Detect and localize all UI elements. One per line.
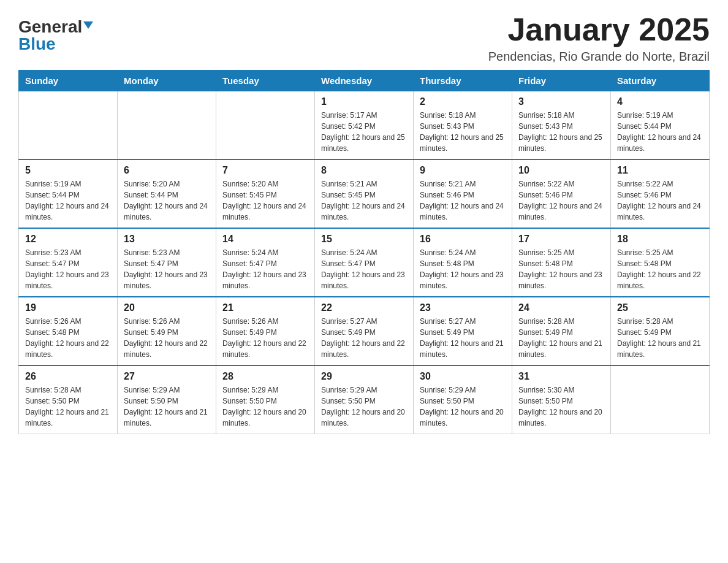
- col-header-wednesday: Wednesday: [315, 71, 414, 91]
- day-info: Sunrise: 5:20 AM Sunset: 5:44 PM Dayligh…: [124, 178, 210, 223]
- day-number: 14: [222, 234, 308, 245]
- day-number: 7: [222, 165, 308, 176]
- calendar-cell: 1Sunrise: 5:17 AM Sunset: 5:42 PM Daylig…: [315, 91, 414, 160]
- day-info: Sunrise: 5:21 AM Sunset: 5:46 PM Dayligh…: [420, 178, 506, 223]
- day-info: Sunrise: 5:18 AM Sunset: 5:43 PM Dayligh…: [420, 110, 506, 154]
- col-header-tuesday: Tuesday: [216, 71, 315, 91]
- calendar-cell: 3Sunrise: 5:18 AM Sunset: 5:43 PM Daylig…: [512, 91, 611, 160]
- calendar-cell: 17Sunrise: 5:25 AM Sunset: 5:48 PM Dayli…: [512, 228, 611, 297]
- logo-text-blue: Blue: [18, 36, 56, 53]
- calendar-cell: 9Sunrise: 5:21 AM Sunset: 5:46 PM Daylig…: [414, 159, 512, 228]
- day-number: 10: [518, 165, 604, 176]
- day-number: 31: [518, 371, 604, 382]
- day-number: 20: [124, 302, 210, 313]
- day-number: 1: [321, 96, 407, 107]
- day-info: Sunrise: 5:24 AM Sunset: 5:48 PM Dayligh…: [420, 247, 506, 291]
- title-area: January 2025 Pendencias, Rio Grande do N…: [488, 12, 710, 64]
- day-number: 19: [25, 302, 111, 313]
- day-number: 13: [124, 234, 210, 245]
- col-header-friday: Friday: [512, 71, 611, 91]
- month-title: January 2025: [488, 12, 710, 47]
- day-number: 28: [222, 371, 308, 382]
- calendar-cell: 4Sunrise: 5:19 AM Sunset: 5:44 PM Daylig…: [611, 91, 710, 160]
- calendar-cell: 19Sunrise: 5:26 AM Sunset: 5:48 PM Dayli…: [19, 297, 118, 366]
- day-info: Sunrise: 5:19 AM Sunset: 5:44 PM Dayligh…: [25, 178, 111, 223]
- calendar-cell: 15Sunrise: 5:24 AM Sunset: 5:47 PM Dayli…: [315, 228, 414, 297]
- day-number: 8: [321, 165, 407, 176]
- calendar-cell: [118, 91, 216, 160]
- day-number: 9: [420, 165, 506, 176]
- calendar-cell: 30Sunrise: 5:29 AM Sunset: 5:50 PM Dayli…: [414, 366, 512, 434]
- calendar-cell: 21Sunrise: 5:26 AM Sunset: 5:49 PM Dayli…: [216, 297, 315, 366]
- day-number: 29: [321, 371, 407, 382]
- day-info: Sunrise: 5:24 AM Sunset: 5:47 PM Dayligh…: [321, 247, 407, 291]
- calendar-cell: 25Sunrise: 5:28 AM Sunset: 5:49 PM Dayli…: [611, 297, 710, 366]
- day-info: Sunrise: 5:18 AM Sunset: 5:43 PM Dayligh…: [518, 110, 604, 154]
- logo-triangle-icon: [83, 21, 93, 29]
- calendar-cell: 8Sunrise: 5:21 AM Sunset: 5:45 PM Daylig…: [315, 159, 414, 228]
- day-info: Sunrise: 5:17 AM Sunset: 5:42 PM Dayligh…: [321, 110, 407, 154]
- day-number: 27: [124, 371, 210, 382]
- day-number: 2: [420, 96, 506, 107]
- calendar-cell: 18Sunrise: 5:25 AM Sunset: 5:48 PM Dayli…: [611, 228, 710, 297]
- calendar-cell: 11Sunrise: 5:22 AM Sunset: 5:46 PM Dayli…: [611, 159, 710, 228]
- calendar-cell: 20Sunrise: 5:26 AM Sunset: 5:49 PM Dayli…: [118, 297, 216, 366]
- day-number: 3: [518, 96, 604, 107]
- calendar-cell: 31Sunrise: 5:30 AM Sunset: 5:50 PM Dayli…: [512, 366, 611, 434]
- day-info: Sunrise: 5:27 AM Sunset: 5:49 PM Dayligh…: [420, 316, 506, 360]
- day-info: Sunrise: 5:29 AM Sunset: 5:50 PM Dayligh…: [222, 385, 308, 429]
- day-info: Sunrise: 5:25 AM Sunset: 5:48 PM Dayligh…: [617, 247, 703, 291]
- calendar-cell: 6Sunrise: 5:20 AM Sunset: 5:44 PM Daylig…: [118, 159, 216, 228]
- calendar-cell: 12Sunrise: 5:23 AM Sunset: 5:47 PM Dayli…: [19, 228, 118, 297]
- day-info: Sunrise: 5:25 AM Sunset: 5:48 PM Dayligh…: [518, 247, 604, 291]
- col-header-monday: Monday: [118, 71, 216, 91]
- calendar-cell: 24Sunrise: 5:28 AM Sunset: 5:49 PM Dayli…: [512, 297, 611, 366]
- calendar-cell: 7Sunrise: 5:20 AM Sunset: 5:45 PM Daylig…: [216, 159, 315, 228]
- day-number: 15: [321, 234, 407, 245]
- day-number: 12: [25, 234, 111, 245]
- calendar-cell: 27Sunrise: 5:29 AM Sunset: 5:50 PM Dayli…: [118, 366, 216, 434]
- header: General Blue January 2025 Pendencias, Ri…: [18, 12, 710, 64]
- calendar-cell: [216, 91, 315, 160]
- day-info: Sunrise: 5:27 AM Sunset: 5:49 PM Dayligh…: [321, 316, 407, 360]
- calendar-cell: 2Sunrise: 5:18 AM Sunset: 5:43 PM Daylig…: [414, 91, 512, 160]
- day-number: 26: [25, 371, 111, 382]
- day-info: Sunrise: 5:28 AM Sunset: 5:49 PM Dayligh…: [617, 316, 703, 360]
- day-number: 5: [25, 165, 111, 176]
- day-info: Sunrise: 5:22 AM Sunset: 5:46 PM Dayligh…: [617, 178, 703, 223]
- calendar-header-row: SundayMondayTuesdayWednesdayThursdayFrid…: [19, 71, 710, 91]
- col-header-sunday: Sunday: [19, 71, 118, 91]
- day-info: Sunrise: 5:26 AM Sunset: 5:49 PM Dayligh…: [222, 316, 308, 360]
- day-info: Sunrise: 5:26 AM Sunset: 5:48 PM Dayligh…: [25, 316, 111, 360]
- day-info: Sunrise: 5:23 AM Sunset: 5:47 PM Dayligh…: [25, 247, 111, 291]
- day-number: 22: [321, 302, 407, 313]
- logo-text-black: General: [18, 18, 82, 36]
- day-info: Sunrise: 5:22 AM Sunset: 5:46 PM Dayligh…: [518, 178, 604, 223]
- day-info: Sunrise: 5:23 AM Sunset: 5:47 PM Dayligh…: [124, 247, 210, 291]
- day-info: Sunrise: 5:20 AM Sunset: 5:45 PM Dayligh…: [222, 178, 308, 223]
- calendar-week-5: 26Sunrise: 5:28 AM Sunset: 5:50 PM Dayli…: [19, 366, 710, 434]
- calendar-week-3: 12Sunrise: 5:23 AM Sunset: 5:47 PM Dayli…: [19, 228, 710, 297]
- day-number: 23: [420, 302, 506, 313]
- day-info: Sunrise: 5:28 AM Sunset: 5:50 PM Dayligh…: [25, 385, 111, 429]
- day-info: Sunrise: 5:24 AM Sunset: 5:47 PM Dayligh…: [222, 247, 308, 291]
- calendar-week-2: 5Sunrise: 5:19 AM Sunset: 5:44 PM Daylig…: [19, 159, 710, 228]
- calendar-cell: 28Sunrise: 5:29 AM Sunset: 5:50 PM Dayli…: [216, 366, 315, 434]
- logo: General Blue: [18, 12, 93, 53]
- day-number: 4: [617, 96, 703, 107]
- day-info: Sunrise: 5:29 AM Sunset: 5:50 PM Dayligh…: [321, 385, 407, 429]
- calendar-cell: [19, 91, 118, 160]
- day-number: 30: [420, 371, 506, 382]
- calendar-cell: 10Sunrise: 5:22 AM Sunset: 5:46 PM Dayli…: [512, 159, 611, 228]
- calendar-table: SundayMondayTuesdayWednesdayThursdayFrid…: [18, 70, 710, 434]
- day-info: Sunrise: 5:29 AM Sunset: 5:50 PM Dayligh…: [124, 385, 210, 429]
- day-number: 25: [617, 302, 703, 313]
- day-info: Sunrise: 5:29 AM Sunset: 5:50 PM Dayligh…: [420, 385, 506, 429]
- day-info: Sunrise: 5:21 AM Sunset: 5:45 PM Dayligh…: [321, 178, 407, 223]
- day-number: 24: [518, 302, 604, 313]
- day-number: 21: [222, 302, 308, 313]
- day-number: 16: [420, 234, 506, 245]
- day-info: Sunrise: 5:26 AM Sunset: 5:49 PM Dayligh…: [124, 316, 210, 360]
- calendar-cell: [611, 366, 710, 434]
- day-info: Sunrise: 5:19 AM Sunset: 5:44 PM Dayligh…: [617, 110, 703, 154]
